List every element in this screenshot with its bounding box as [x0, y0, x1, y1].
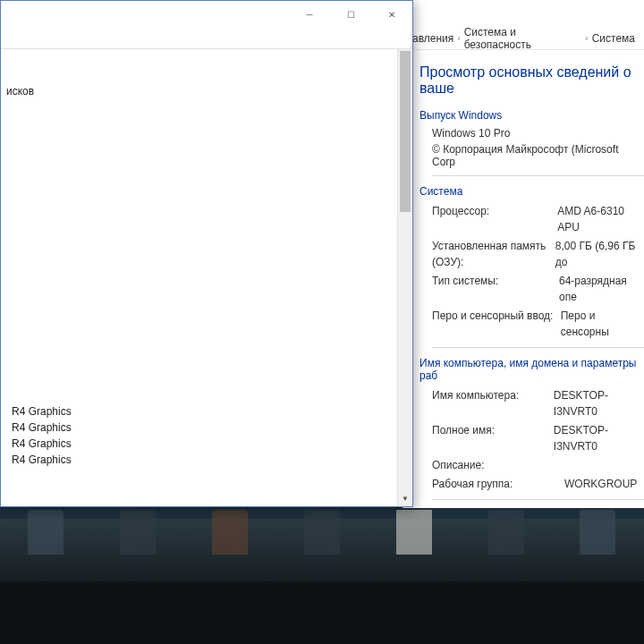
system-properties-window: авления › Система и безопасность › Систе… [402, 0, 644, 508]
device-tree[interactable]: исков R4 Graphics R4 Graphics R4 Graphic… [1, 49, 412, 468]
page-title: Просмотр основных сведений о ваше [419, 64, 644, 97]
tree-item-disks[interactable]: исков [1, 83, 412, 99]
close-icon: ✕ [388, 10, 395, 20]
section-title-edition: Выпуск Windows [419, 109, 644, 122]
maximize-icon: ☐ [347, 10, 355, 20]
computer-name-value: DESKTOP-I3NVRT0 [554, 387, 644, 419]
workgroup-label: Рабочая группа: [432, 476, 564, 492]
tree-item-display-adapter[interactable]: R4 Graphics [6, 419, 412, 436]
scrollbar-thumb[interactable] [400, 51, 411, 212]
breadcrumb-item[interactable]: Система и безопасность [464, 26, 582, 51]
device-manager-toolbar[interactable] [1, 28, 412, 49]
breadcrumb-item[interactable]: Система [592, 32, 635, 45]
section-title-system: Система [419, 185, 644, 198]
system-titlebar[interactable] [403, 0, 644, 27]
system-type-value: 64-разрядная опе [559, 273, 644, 305]
scroll-down-button[interactable]: ▼ [398, 491, 412, 506]
workgroup-value: WORKGROUP [564, 476, 637, 492]
ram-label: Установленная память (ОЗУ): [432, 238, 555, 270]
pen-label: Перо и сенсорный ввод: [432, 308, 561, 340]
tree-item-display-adapter[interactable]: R4 Graphics [6, 403, 412, 419]
tree-item-display-adapter[interactable]: R4 Graphics [6, 436, 412, 452]
vertical-scrollbar[interactable]: ▲ ▼ [397, 49, 412, 506]
cpu-label: Процессор: [432, 203, 557, 235]
full-name-value: DESKTOP-I3NVRT0 [554, 422, 644, 454]
full-name-label: Полное имя: [432, 422, 554, 454]
system-type-label: Тип системы: [432, 273, 559, 305]
section-title-computer-name: Имя компьютера, имя домена и параметры р… [419, 357, 644, 382]
cpu-value: AMD A6-6310 APU [557, 203, 644, 235]
ram-value: 8,00 ГБ (6,96 ГБ до [555, 238, 644, 270]
minimize-button[interactable]: ─ [289, 1, 330, 28]
chevron-right-icon: › [585, 33, 588, 43]
breadcrumb[interactable]: авления › Система и безопасность › Систе… [403, 27, 644, 50]
windows-edition: Windows 10 Pro [432, 127, 644, 140]
computer-name-label: Имя компьютера: [432, 387, 554, 419]
device-manager-titlebar[interactable]: ─ ☐ ✕ [1, 1, 412, 28]
close-button[interactable]: ✕ [371, 1, 412, 28]
minimize-icon: ─ [306, 10, 312, 20]
tree-item-display-adapter[interactable]: R4 Graphics [6, 452, 412, 468]
pen-value: Перо и сенсорны [561, 308, 644, 340]
maximize-button[interactable]: ☐ [330, 1, 371, 28]
breadcrumb-item[interactable]: авления [412, 32, 453, 45]
description-label: Описание: [432, 457, 564, 473]
chevron-right-icon: › [457, 33, 460, 43]
copyright-text: © Корпорация Майкрософт (Microsoft Corp [432, 143, 644, 168]
device-manager-window: ─ ☐ ✕ исков R4 Graphics R4 Graphics R4 G… [0, 0, 413, 507]
